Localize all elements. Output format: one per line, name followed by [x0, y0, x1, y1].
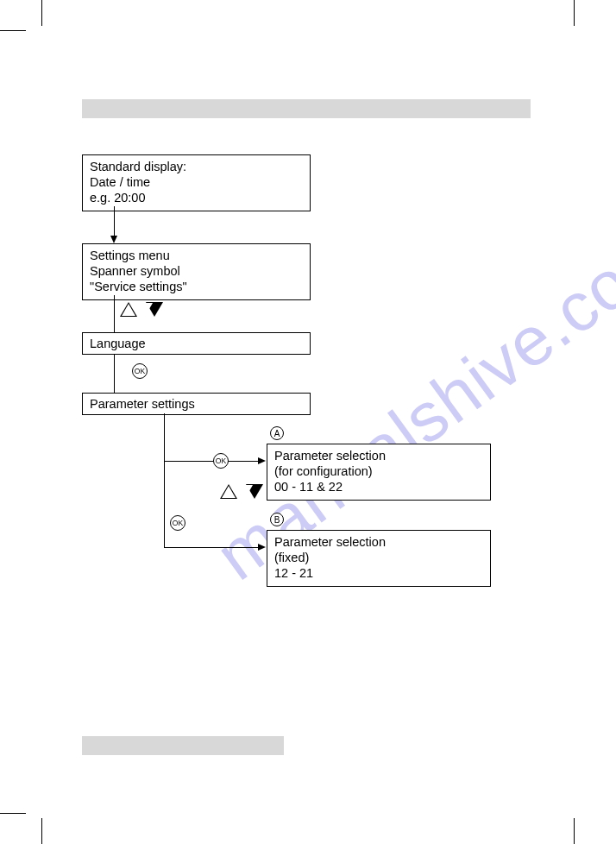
box-line: Standard display: — [90, 159, 303, 174]
box-language: Language — [82, 332, 311, 355]
crop-mark — [0, 813, 26, 814]
box-standard-display: Standard display: Date / time e.g. 20:00 — [82, 154, 311, 211]
box-line: Settings menu — [90, 248, 303, 263]
box-parameter-b: Parameter selection (fixed) 12 - 21 — [267, 530, 491, 587]
plus-label: + — [127, 306, 131, 314]
box-line: Language — [90, 336, 303, 351]
page-content: Standard display: Date / time e.g. 20:00… — [82, 99, 531, 703]
header-bar — [82, 99, 531, 118]
triangle-down-icon — [146, 302, 163, 317]
crop-mark — [41, 818, 42, 844]
box-line: 00 - 11 & 22 — [274, 479, 483, 494]
footer-bar — [82, 736, 284, 755]
label-b-icon: B — [270, 513, 284, 526]
connector — [164, 413, 165, 547]
triangle-up-icon: + — [120, 302, 137, 317]
ok-icon: OK — [170, 515, 185, 531]
box-line: Parameter settings — [90, 396, 303, 412]
box-parameter-a: Parameter selection (for configuration) … — [267, 444, 491, 501]
ok-icon: OK — [213, 453, 229, 469]
crop-mark — [574, 0, 575, 26]
connector — [114, 295, 115, 332]
arrow-right-icon — [164, 461, 259, 462]
triangle-up-icon: + — [220, 484, 237, 499]
arrow-down-icon — [114, 206, 115, 236]
box-line: (fixed) — [274, 550, 483, 565]
plus-label: + — [227, 488, 231, 496]
crop-mark — [574, 818, 575, 844]
box-line: 12 - 21 — [274, 565, 483, 581]
box-line: e.g. 20:00 — [90, 190, 303, 205]
triangle-down-icon — [246, 484, 263, 499]
crop-mark — [0, 30, 26, 31]
arrow-right-icon — [164, 547, 259, 548]
box-line: (for configuration) — [274, 463, 483, 479]
box-settings-menu: Settings menu Spanner symbol "Service se… — [82, 243, 311, 300]
box-line: Parameter selection — [274, 448, 483, 463]
box-line: Parameter selection — [274, 534, 483, 550]
box-line: "Service settings" — [90, 279, 303, 294]
box-parameter-settings: Parameter settings — [82, 393, 311, 415]
connector — [114, 354, 115, 393]
box-line: Date / time — [90, 174, 303, 190]
label-a-icon: A — [270, 426, 284, 440]
crop-mark — [41, 0, 42, 26]
box-line: Spanner symbol — [90, 263, 303, 279]
ok-icon: OK — [132, 363, 148, 379]
flow-diagram: Standard display: Date / time e.g. 20:00… — [82, 154, 531, 638]
